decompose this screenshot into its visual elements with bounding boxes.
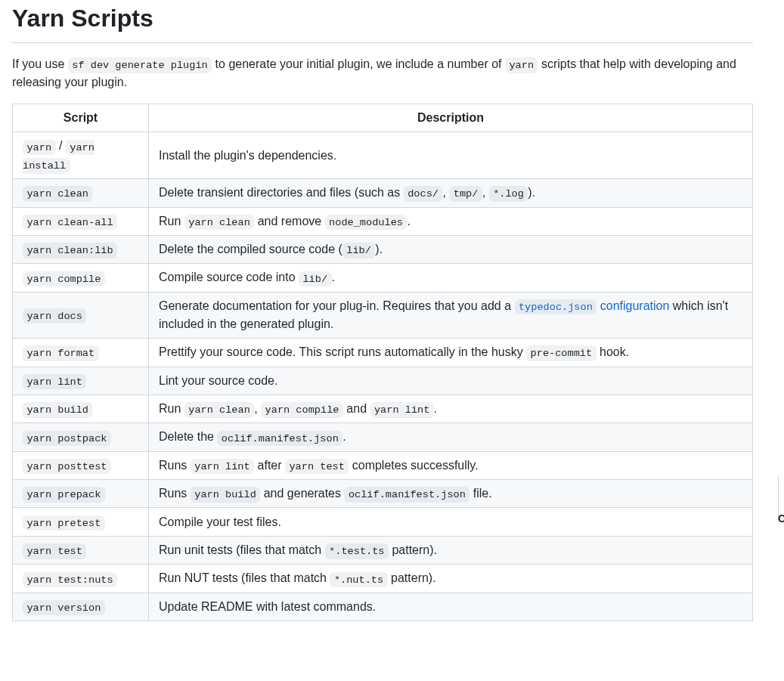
text-span: Runs <box>159 487 191 500</box>
script-cell: yarn test:nuts <box>13 565 149 593</box>
text-span: Run <box>159 215 184 228</box>
intro-code-1: sf dev generate plugin <box>68 57 212 73</box>
inline-code: oclif.manifest.json <box>344 487 469 502</box>
table-row: yarn formatPrettify your source code. Th… <box>13 339 753 367</box>
script-cell: yarn pretest <box>13 508 149 536</box>
text-span: Prettify your source code. This script r… <box>159 345 526 358</box>
table-row: yarn compileCompile source code into lib… <box>13 264 753 292</box>
table-row: yarn cleanDelete transient directories a… <box>13 179 753 207</box>
script-cell: yarn lint <box>13 367 149 395</box>
description-cell: Delete the oclif.manifest.json. <box>149 423 753 451</box>
description-cell: Run yarn clean and remove node_modules. <box>149 207 753 235</box>
text-span: and generates <box>260 487 344 500</box>
table-row: yarn prepackRuns yarn build and generate… <box>13 480 753 508</box>
inline-code: yarn clean:lib <box>23 243 117 258</box>
text-span: Compile source code into <box>159 271 299 283</box>
page-title: Yarn Scripts <box>12 0 753 43</box>
description-cell: Lint your source code. <box>149 367 753 395</box>
text-span: completes successfully. <box>349 459 478 472</box>
inline-code: yarn pretest <box>23 515 105 531</box>
inline-code: pre-commit <box>526 345 596 361</box>
table-header-row: Script Description <box>13 104 753 132</box>
table-row: yarn docsGenerate documentation for your… <box>13 292 753 338</box>
text-span: Delete the <box>159 430 217 443</box>
script-cell: yarn format <box>13 339 149 367</box>
table-row: yarn lintLint your source code. <box>13 367 753 395</box>
intro-paragraph: If you use sf dev generate plugin to gen… <box>12 55 753 91</box>
intro-text-pre: If you use <box>12 57 68 70</box>
description-cell: Compile source code into lib/. <box>149 264 753 292</box>
text-span: Run NUT tests (files that match <box>159 571 330 584</box>
inline-code: lib/ <box>299 271 332 286</box>
inline-code: yarn docs <box>23 308 86 323</box>
inline-code: *.nut.ts <box>330 572 387 587</box>
inline-code: yarn clean <box>184 402 254 417</box>
inline-code: yarn test <box>23 543 86 559</box>
typedoc-config-link[interactable]: typedoc.json <box>515 299 597 312</box>
text-span: ). <box>375 243 383 255</box>
description-cell: Run NUT tests (files that match *.nut.ts… <box>149 565 753 593</box>
text-span: Generate documentation for your plug-in.… <box>159 299 515 312</box>
intro-text-mid: to generate your initial plugin, we incl… <box>212 57 505 70</box>
text-span: Lint your source code. <box>159 374 277 387</box>
inline-code: yarn postpack <box>23 431 111 446</box>
table-row: yarn clean:libDelete the compiled source… <box>13 235 753 263</box>
description-cell: Run yarn clean, yarn compile and yarn li… <box>149 395 753 423</box>
text-span: after <box>254 459 285 472</box>
inline-code: yarn posttest <box>23 459 111 474</box>
inline-code: yarn lint <box>23 374 86 389</box>
table-row: yarn test:nutsRun NUT tests (files that … <box>13 565 753 593</box>
inline-code: yarn test:nuts <box>23 572 117 587</box>
inline-code: yarn compile <box>23 271 105 286</box>
text-span: pattern). <box>388 571 436 584</box>
script-cell: yarn docs <box>13 292 149 338</box>
text-span: Update README with latest commands. <box>159 600 376 613</box>
text-span: file. <box>469 487 491 500</box>
inline-code: yarn <box>23 140 56 155</box>
text-span: hook. <box>597 345 630 358</box>
description-cell: Install the plugin's dependencies. <box>149 132 753 179</box>
script-cell: yarn posttest <box>13 451 149 479</box>
script-cell: yarn clean-all <box>13 207 149 235</box>
text-span: . <box>434 402 437 415</box>
inline-code: typedoc.json <box>515 299 597 314</box>
inline-code: lib/ <box>342 243 376 258</box>
text-span: pattern). <box>389 543 437 556</box>
text-span: Run <box>159 402 184 415</box>
inline-code: yarn lint <box>370 402 434 417</box>
header-description: Description <box>149 104 753 132</box>
description-cell: Update README with latest commands. <box>149 593 753 621</box>
inline-code: docs/ <box>404 186 443 201</box>
table-row: yarn buildRun yarn clean, yarn compile a… <box>13 395 753 423</box>
text-span: , <box>442 186 449 199</box>
table-row: yarn versionUpdate README with latest co… <box>13 593 753 621</box>
text-span: Run unit tests (files that match <box>159 543 325 556</box>
intro-code-2: yarn <box>505 57 538 73</box>
header-script: Script <box>13 104 149 132</box>
text-span: , <box>482 186 489 199</box>
script-cell: yarn prepack <box>13 480 149 508</box>
inline-code: yarn clean <box>184 215 254 230</box>
typedoc-config-link[interactable]: configuration <box>597 299 669 312</box>
description-cell: Compile your test files. <box>149 508 753 536</box>
text-span: ). <box>528 186 535 199</box>
main-content: Yarn Scripts If you use sf dev generate … <box>0 0 765 645</box>
table-row: yarn testRun unit tests (files that matc… <box>13 536 753 564</box>
right-edge-char: C <box>778 511 784 527</box>
script-cell: yarn compile <box>13 264 149 292</box>
text-span: . <box>407 215 410 228</box>
description-cell: Delete transient directories and files (… <box>149 179 753 207</box>
scripts-table: Script Description yarn / yarn installIn… <box>12 104 753 621</box>
text-span: Install the plugin's dependencies. <box>159 149 336 162</box>
text-span: , <box>254 402 261 415</box>
text-span: . <box>332 271 335 283</box>
description-cell: Prettify your source code. This script r… <box>149 339 753 367</box>
inline-code: yarn format <box>23 345 99 361</box>
text-span: Delete transient directories and files (… <box>159 186 404 199</box>
description-cell: Runs yarn build and generates oclif.mani… <box>149 480 753 508</box>
text-span: Runs <box>159 459 191 472</box>
inline-code: node_modules <box>325 215 407 230</box>
inline-code: oclif.manifest.json <box>217 431 342 446</box>
text-span: and <box>343 402 370 415</box>
description-cell: Runs yarn lint after yarn test completes… <box>149 451 753 479</box>
